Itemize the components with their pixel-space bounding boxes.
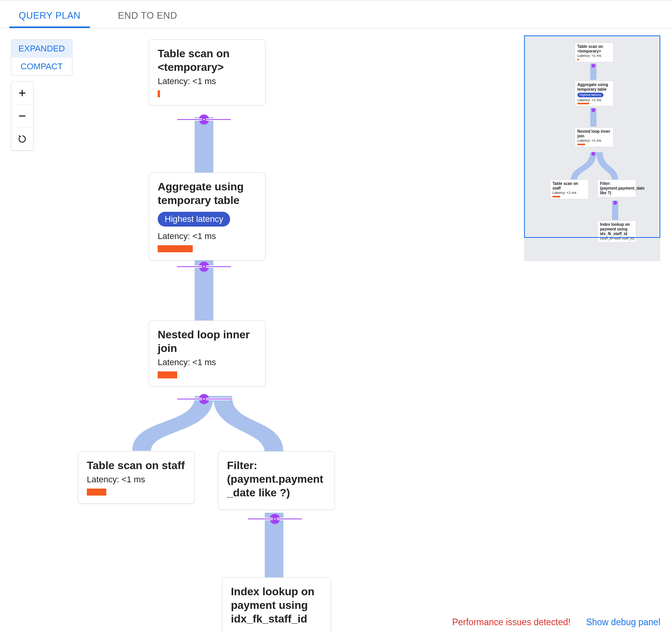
tab-end-to-end[interactable]: END TO END <box>109 3 186 28</box>
latency-bar <box>158 245 193 252</box>
zoom-reset-button[interactable] <box>11 127 33 150</box>
node-index-lookup-payment[interactable]: Index lookup on payment using idx_fk_sta… <box>222 577 331 633</box>
view-expanded-button[interactable]: EXPANDED <box>11 40 72 58</box>
node-table-scan-staff[interactable]: Table scan on staff Latency: <1 ms <box>78 451 195 504</box>
node-aggregate-temporary[interactable]: Aggregate using temporary table Highest … <box>149 172 266 260</box>
minimap[interactable]: Table scan on <temporary> Latency: <1 ms… <box>524 35 660 261</box>
view-compact-button[interactable]: COMPACT <box>11 58 72 76</box>
expand-toggle[interactable] <box>199 114 209 125</box>
chevron-down-icon <box>201 116 207 123</box>
minimap-node: Filter: (payment.payment_date like ?) <box>597 179 636 197</box>
minimap-node: Table scan on staff Latency: <1 ms <box>550 179 589 199</box>
node-filter-payment-date[interactable]: Filter: (payment.payment_date like ?) <box>218 451 335 510</box>
expand-toggle[interactable] <box>199 394 209 404</box>
canvas-controls: EXPANDED COMPACT <box>11 39 72 151</box>
node-table-scan-temporary[interactable]: Table scan on <temporary> Latency: <1 ms <box>149 39 266 106</box>
zoom-in-button[interactable] <box>11 82 33 104</box>
node-title: Aggregate using temporary table <box>158 180 257 207</box>
minimap-node: Nested loop inner join Latency: <1 ms <box>575 127 614 147</box>
reset-icon <box>17 134 28 144</box>
chevron-down-icon <box>201 396 207 402</box>
latency-bar <box>158 90 160 97</box>
node-title: Index lookup on payment using idx_fk_sta… <box>231 585 322 626</box>
zoom-out-button[interactable] <box>11 104 33 127</box>
performance-warning: Performance issues detected! <box>452 617 570 628</box>
node-title: Table scan on <temporary> <box>158 47 257 74</box>
view-mode-toggle: EXPANDED COMPACT <box>11 39 72 76</box>
expand-toggle[interactable] <box>199 262 209 272</box>
node-latency: Latency: <1 ms <box>158 231 257 241</box>
svg-rect-0 <box>195 117 213 174</box>
zoom-controls <box>11 81 33 151</box>
show-debug-panel-link[interactable]: Show debug panel <box>586 617 660 628</box>
node-title: Filter: (payment.payment_date like ?) <box>227 459 326 499</box>
chevron-down-icon <box>201 264 207 270</box>
latency-bar <box>87 489 106 496</box>
minimap-node: Index lookup on payment using idx_fk_sta… <box>597 220 636 243</box>
highest-latency-badge: Highest latency <box>158 212 230 227</box>
node-latency: Latency: <1 ms <box>158 76 257 86</box>
minimap-node: Table scan on <temporary> Latency: <1 ms <box>575 42 614 62</box>
expand-toggle[interactable] <box>270 514 280 524</box>
tab-query-plan[interactable]: QUERY PLAN <box>9 3 90 28</box>
node-nested-loop-join[interactable]: Nested loop inner join Latency: <1 ms <box>149 320 266 387</box>
query-plan-screen: QUERY PLAN END TO END EXPANDED COMPACT <box>0 0 672 633</box>
latency-bar <box>158 371 177 378</box>
plus-icon <box>17 88 28 98</box>
chevron-down-icon <box>272 516 278 522</box>
node-latency: Latency: <1 ms <box>158 357 257 367</box>
node-title: Nested loop inner join <box>158 328 257 355</box>
minimap-node: Aggregate using temporary table Highest … <box>575 81 614 106</box>
minus-icon <box>17 111 28 121</box>
node-latency: Latency: <1 ms <box>87 475 186 485</box>
minimap-edges <box>524 35 660 261</box>
tab-bar: QUERY PLAN END TO END <box>0 0 672 28</box>
footer: Performance issues detected! Show debug … <box>452 617 660 628</box>
node-title: Table scan on staff <box>87 459 186 472</box>
